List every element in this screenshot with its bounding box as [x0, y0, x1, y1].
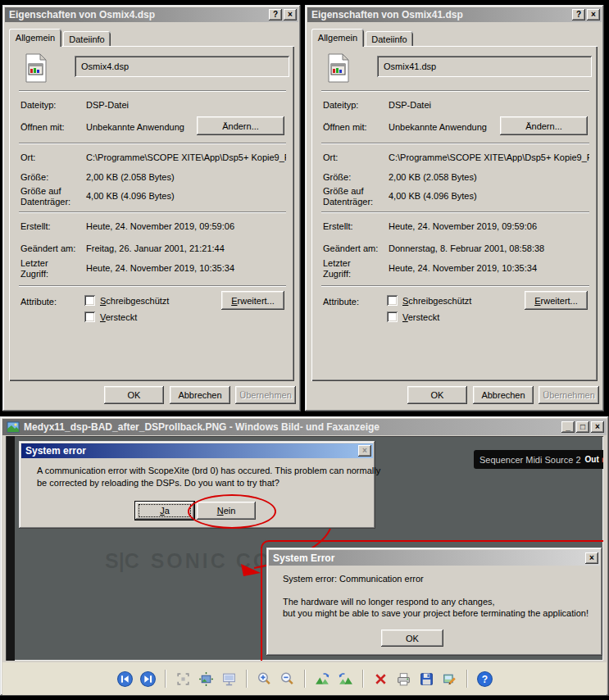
- tab-dateiinfo[interactable]: Dateiinfo: [63, 31, 111, 47]
- properties-dialog-right: Eigenschaften von Osmix41.dsp ? × Allgem…: [305, 5, 604, 411]
- dateityp-value: DSP-Datei: [389, 100, 431, 110]
- dsp-file-icon: [22, 52, 50, 87]
- separator: [321, 211, 589, 212]
- schreibgeschuetzt-label: Schreibgeschützt: [100, 296, 169, 306]
- maximize-button[interactable]: □: [576, 421, 589, 433]
- zugriff-label2: Zugriff:: [323, 269, 351, 279]
- checkbox-versteckt[interactable]: [84, 311, 95, 322]
- print-button[interactable]: [393, 669, 413, 689]
- close-button[interactable]: ×: [591, 421, 604, 433]
- sequencer-text: Sequencer Midi Source 2: [479, 455, 581, 465]
- separator: [321, 285, 589, 286]
- svg-text:?: ?: [481, 673, 487, 684]
- aendern-button[interactable]: Ändern...: [197, 116, 284, 135]
- help-button[interactable]: ?: [475, 669, 494, 689]
- erstellt-value: Heute, 24. November 2019, 09:59:06: [86, 221, 234, 231]
- error-message-line1: System error: Communication error: [283, 574, 424, 584]
- ja-button[interactable]: Ja: [135, 502, 194, 520]
- checkbox-versteckt[interactable]: [387, 311, 398, 322]
- zoom-out-button[interactable]: [277, 669, 297, 689]
- help-button[interactable]: ?: [572, 9, 585, 20]
- title-bar[interactable]: Eigenschaften von Osmix4.dsp: [5, 7, 298, 22]
- previous-image-button[interactable]: [115, 669, 134, 689]
- slideshow-button[interactable]: [219, 669, 239, 689]
- groesse-auf-value: 4,00 KB (4.096 Bytes): [86, 191, 175, 201]
- viewer-window: Medyx11_dsp-BAD_after_DSProllback.PNG - …: [0, 416, 609, 696]
- dialog-title: System Error: [273, 552, 334, 564]
- filename-field[interactable]: Osmix4.dsp: [75, 56, 289, 77]
- uebernehmen-button[interactable]: Übernehmen: [539, 386, 599, 404]
- separator: [321, 143, 589, 143]
- viewer-title-bar[interactable]: Medyx11_dsp-BAD_after_DSProllback.PNG - …: [2, 419, 607, 435]
- viewer-toolbar: ?: [2, 662, 607, 695]
- close-button[interactable]: ×: [284, 9, 297, 20]
- abbrechen-button[interactable]: Abbrechen: [170, 386, 230, 404]
- zugriff-label: Letzter: [20, 258, 48, 268]
- separator: [19, 211, 286, 212]
- best-fit-button[interactable]: [173, 669, 193, 689]
- aendern-button[interactable]: Ändern...: [500, 116, 588, 135]
- geaendert-value: Donnerstag, 8. Februar 2001, 08:58:38: [389, 243, 544, 253]
- dialog-title: System error: [25, 445, 86, 457]
- erweitert-button[interactable]: Erweitert...: [525, 291, 588, 310]
- ort-value: C:\Programme\SCOPE XITE\App\Dsp5+ Kopie9…: [86, 152, 286, 162]
- next-image-button[interactable]: [138, 669, 157, 689]
- error-message-line1: A communication error with ScopeXite (br…: [37, 466, 380, 475]
- erweitert-button[interactable]: Erweitert...: [221, 291, 284, 310]
- screenshot-root: { "glyphs": {"help":"?","close":"×","min…: [0, 0, 609, 700]
- title-bar[interactable]: System Error: [269, 550, 600, 566]
- versteckt-label: Versteckt: [100, 312, 137, 322]
- minimize-button[interactable]: _: [561, 421, 575, 433]
- delete-button[interactable]: [370, 669, 390, 689]
- zoom-in-button[interactable]: [254, 669, 274, 689]
- rotate-counterclockwise-button[interactable]: [335, 669, 355, 689]
- title-bar[interactable]: Eigenschaften von Osmix41.dsp: [307, 7, 602, 22]
- tab-allgemein[interactable]: Allgemein: [9, 29, 61, 47]
- error-message-line3: but you might be able to save your proje…: [283, 608, 589, 618]
- geaendert-value: Freitag, 26. Januar 2001, 21:21:44: [86, 243, 225, 253]
- save-button[interactable]: [416, 669, 436, 689]
- dialog-title: Eigenschaften von Osmix41.dsp: [311, 9, 463, 20]
- uebernehmen-button[interactable]: Übernehmen: [235, 386, 296, 404]
- viewer-app-icon: [7, 420, 20, 434]
- groesse-label: Größe:: [20, 172, 48, 182]
- geaendert-label: Geändert am:: [323, 243, 378, 253]
- filename-field[interactable]: Osmix41.dsp: [377, 56, 592, 77]
- close-button[interactable]: ×: [585, 552, 598, 564]
- title-bar[interactable]: System error: [21, 443, 373, 458]
- ok-button[interactable]: OK: [381, 630, 443, 647]
- error-message-line2: The hardware will no longer respond to a…: [283, 597, 495, 607]
- checkbox-schreibgeschuetzt[interactable]: [387, 295, 398, 306]
- separator: [19, 90, 286, 91]
- image-area: S|C SONIC CORE Sequencer Midi Source 2 O…: [6, 436, 603, 661]
- attribute-label: Attribute:: [323, 297, 359, 307]
- separator: [19, 143, 286, 143]
- tab-dateiinfo[interactable]: Dateiinfo: [366, 31, 413, 47]
- close-button[interactable]: ×: [587, 9, 600, 20]
- tab-allgemein[interactable]: Allgemein: [311, 29, 364, 47]
- edit-button[interactable]: [439, 669, 459, 689]
- ok-button[interactable]: OK: [104, 386, 164, 404]
- close-button[interactable]: ×: [358, 445, 371, 457]
- zugriff-label2: Zugriff:: [20, 269, 48, 279]
- help-button[interactable]: ?: [269, 9, 282, 20]
- checkbox-schreibgeschuetzt[interactable]: [84, 295, 95, 306]
- groesse-auf-label2: Datenträger:: [323, 197, 373, 207]
- annotation-ellipse: [188, 494, 276, 529]
- ort-label: Ort:: [323, 152, 338, 162]
- actual-size-button[interactable]: [196, 669, 216, 689]
- filename-value: Osmix41.dsp: [384, 61, 436, 71]
- viewer-title: Medyx11_dsp-BAD_after_DSProllback.PNG - …: [24, 421, 379, 433]
- schreibgeschuetzt-label: Schreibgeschützt: [402, 296, 471, 306]
- sequencer-midi-label: Sequencer Midi Source 2 Out ►: [474, 450, 603, 469]
- image-left-edge: [7, 436, 15, 661]
- groesse-value: 2,00 KB (2.058 Bytes): [86, 172, 175, 182]
- tab-page: [9, 46, 294, 381]
- toolbar-separator: [362, 670, 363, 688]
- rotate-clockwise-button[interactable]: [312, 669, 332, 689]
- ok-button[interactable]: OK: [407, 386, 467, 404]
- abbrechen-button[interactable]: Abbrechen: [473, 386, 534, 404]
- oeffnen-value: Unbekannte Anwendung: [389, 122, 487, 132]
- ort-label: Ort:: [20, 152, 35, 162]
- system-error-dialog-2: System Error × System error: Communicati…: [266, 548, 602, 656]
